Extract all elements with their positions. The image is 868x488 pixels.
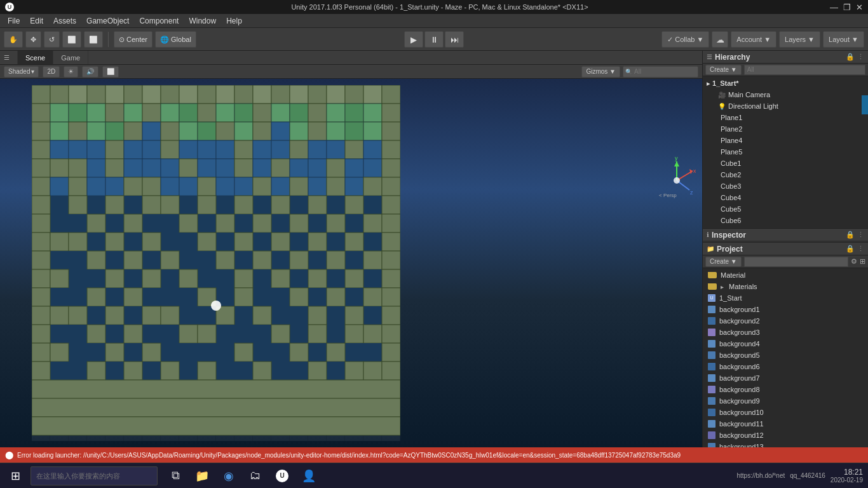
audio-button[interactable]: 🔊: [82, 66, 98, 78]
pause-button[interactable]: ⏸: [424, 31, 444, 48]
hierarchy-create-button[interactable]: Create ▼: [705, 65, 742, 75]
2d-button[interactable]: 2D: [43, 66, 60, 78]
shading-dropdown[interactable]: Shaded ▾: [4, 66, 39, 78]
inspector-lock-icon[interactable]: 🔒: [846, 231, 855, 239]
project-item-bg8[interactable]: background8: [703, 384, 868, 395]
menu-file[interactable]: File: [3, 15, 25, 27]
taskbar-app-explorer[interactable]: 📁: [189, 464, 215, 487]
account-button[interactable]: Account ▼: [731, 31, 776, 48]
lighting-button[interactable]: ☀: [64, 66, 78, 78]
hierarchy-item-cube2[interactable]: Cube2: [703, 169, 868, 180]
taskbar-search-input[interactable]: [31, 466, 158, 485]
menu-gameobject[interactable]: GameObject: [81, 15, 134, 27]
project-item-bg12[interactable]: background12: [703, 430, 868, 441]
window-controls[interactable]: — ❐ ✕: [830, 3, 863, 12]
tool-scale[interactable]: ⬜: [62, 31, 81, 48]
start-button[interactable]: ⊞: [3, 464, 28, 487]
hierarchy-item-plane4[interactable]: Plane4: [703, 135, 868, 146]
tool-move[interactable]: ✥: [25, 31, 41, 48]
hierarchy-item-cube7[interactable]: Cube7: [703, 226, 868, 228]
hierarchy-search-input[interactable]: [744, 65, 865, 75]
menu-window[interactable]: Window: [184, 15, 221, 27]
svg-rect-138: [253, 214, 271, 233]
hierarchy-item-cube3[interactable]: Cube3: [703, 180, 868, 192]
menu-edit[interactable]: Edit: [25, 15, 48, 27]
inspector-panel-header[interactable]: ℹ Inspector 🔒 ⋮: [703, 229, 868, 241]
hierarchy-item-cube5[interactable]: Cube5: [703, 203, 868, 215]
project-item-bg2[interactable]: background2: [703, 315, 868, 327]
tool-rect[interactable]: ⬜: [84, 31, 103, 48]
center-button[interactable]: ⊙ Center: [114, 31, 153, 48]
taskbar-app-chrome[interactable]: ◉: [216, 464, 241, 487]
project-settings-icon[interactable]: ⚙: [851, 257, 857, 266]
hierarchy-item-cube1[interactable]: Cube1: [703, 158, 868, 169]
project-create-button[interactable]: Create ▼: [705, 257, 742, 267]
taskbar-app-unity[interactable]: U: [269, 464, 295, 487]
project-item-materials[interactable]: ▸ Materials: [703, 281, 868, 292]
hierarchy-lock-icon[interactable]: 🔒: [846, 53, 855, 61]
project-menu-icon[interactable]: ⋮: [857, 245, 864, 253]
hierarchy-panel-header[interactable]: ☰ Hierarchy 🔒 ⋮: [703, 51, 868, 64]
taskbar-app-user[interactable]: 👤: [296, 464, 322, 487]
svg-rect-46: [142, 122, 161, 140]
gizmos-button[interactable]: Gizmos ▼: [581, 66, 620, 78]
scene-file-icon: U: [708, 294, 715, 302]
step-button[interactable]: ⏭: [445, 31, 464, 48]
layers-button[interactable]: Layers ▼: [779, 31, 820, 48]
hierarchy-item-plane2[interactable]: Plane2: [703, 123, 868, 135]
layout-button[interactable]: Layout ▼: [823, 31, 864, 48]
project-panel-header[interactable]: 📁 Project 🔒 ⋮: [703, 243, 868, 255]
hierarchy-menu-icon[interactable]: ⋮: [857, 53, 864, 61]
hierarchy-item-main-camera[interactable]: 🎥 Main Camera: [703, 89, 868, 100]
project-item-1start[interactable]: U 1_Start: [703, 292, 868, 304]
cloud-button[interactable]: ☁: [712, 31, 728, 48]
fx-button[interactable]: ⬜: [102, 66, 119, 78]
project-lock-icon[interactable]: 🔒: [846, 245, 855, 253]
tool-hand[interactable]: ✋: [4, 31, 23, 48]
svg-rect-109: [198, 177, 216, 196]
hierarchy-scrollbar-thumb[interactable]: [862, 95, 868, 114]
hierarchy-item-cube4[interactable]: Cube4: [703, 192, 868, 203]
minimize-button[interactable]: —: [830, 3, 838, 12]
maximize-button[interactable]: ❐: [843, 3, 851, 12]
project-item-material[interactable]: Material: [703, 269, 868, 281]
taskbar-app-files[interactable]: 🗂: [243, 464, 268, 487]
scene-search-input[interactable]: [634, 68, 698, 75]
taskbar-app-taskview[interactable]: ⧉: [163, 464, 188, 487]
play-button[interactable]: ▶: [404, 31, 423, 48]
project-view-icon[interactable]: ⊞: [860, 257, 865, 266]
scene-background: '); " data-name="wall-overlay" data-inte…: [0, 79, 702, 447]
project-item-bg11[interactable]: background11: [703, 418, 868, 430]
menu-assets[interactable]: Assets: [48, 15, 81, 27]
svg-rect-203: [179, 325, 198, 343]
project-item-bg5[interactable]: background5: [703, 349, 868, 361]
hierarchy-item-plane5[interactable]: Plane5: [703, 146, 868, 158]
close-button[interactable]: ✕: [856, 3, 863, 12]
tab-scene[interactable]: Scene: [18, 51, 53, 64]
collab-button[interactable]: ✓ Collab ▼: [661, 31, 709, 48]
project-item-bg4[interactable]: background4: [703, 338, 868, 349]
project-item-bg13[interactable]: background13: [703, 441, 868, 447]
hierarchy-scrollbar-track[interactable]: [862, 76, 868, 228]
scene-viewport[interactable]: '); " data-name="wall-overlay" data-inte…: [0, 79, 702, 447]
svg-rect-77: [345, 140, 363, 159]
scene-right-toolbar: Gizmos ▼ 🔍: [581, 66, 698, 78]
project-item-bg1[interactable]: background1: [703, 304, 868, 315]
menu-component[interactable]: Component: [134, 15, 184, 27]
hierarchy-root-item[interactable]: ▸ 1_Start*: [703, 78, 868, 89]
global-button[interactable]: 🌐 Global: [155, 31, 196, 48]
project-search-input[interactable]: [744, 257, 848, 267]
hierarchy-item-directional-light[interactable]: 💡 Directional Light: [703, 100, 868, 112]
project-item-bg6[interactable]: background6: [703, 361, 868, 372]
gizmo-widget[interactable]: x y z < Persp: [658, 155, 696, 200]
project-item-bg10[interactable]: background10: [703, 407, 868, 418]
tool-rotate[interactable]: ↺: [44, 31, 60, 48]
hierarchy-item-plane1[interactable]: Plane1: [703, 112, 868, 123]
menu-help[interactable]: Help: [221, 15, 247, 27]
inspector-menu-icon[interactable]: ⋮: [857, 231, 864, 239]
hierarchy-item-cube6[interactable]: Cube6: [703, 215, 868, 226]
project-item-bg9[interactable]: background9: [703, 395, 868, 407]
tab-game[interactable]: Game: [53, 51, 88, 64]
project-item-bg7[interactable]: background7: [703, 372, 868, 384]
project-item-bg3[interactable]: background3: [703, 327, 868, 338]
